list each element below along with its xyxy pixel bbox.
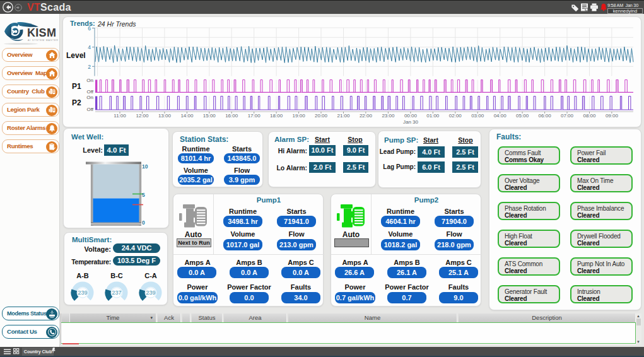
svg-text:01:00: 01:00	[426, 113, 440, 119]
svg-text:14:00: 14:00	[180, 113, 194, 119]
svg-text:07:00: 07:00	[561, 113, 574, 119]
svg-text:20:00: 20:00	[315, 113, 328, 119]
svg-text:239: 239	[146, 290, 155, 296]
svg-text:23:00: 23:00	[382, 113, 395, 119]
svg-text:4: 4	[88, 44, 91, 50]
svg-text:04:00: 04:00	[494, 113, 507, 119]
svg-text:2: 2	[88, 64, 91, 70]
svg-text:AI SYSTEM MASTER: AI SYSTEM MASTER	[28, 39, 59, 42]
svg-text:15:00: 15:00	[203, 113, 216, 119]
svg-text:16:00: 16:00	[225, 113, 238, 119]
svg-text:Off: Off	[86, 107, 93, 112]
svg-text:19:00: 19:00	[293, 113, 306, 119]
svg-text:08:00: 08:00	[583, 113, 596, 119]
svg-text:0: 0	[142, 219, 145, 226]
svg-text:09:00: 09:00	[606, 113, 619, 119]
svg-text:11:00: 11:00	[114, 113, 126, 119]
svg-text:18:00: 18:00	[270, 113, 283, 119]
svg-text:05:00: 05:00	[516, 113, 529, 119]
svg-text:237: 237	[112, 290, 121, 296]
svg-text:On: On	[86, 78, 93, 83]
svg-text:02:00: 02:00	[449, 113, 462, 119]
svg-text:Jan 30: Jan 30	[403, 119, 419, 125]
svg-text:03:00: 03:00	[471, 113, 484, 119]
svg-text:06:00: 06:00	[539, 113, 552, 119]
svg-text:17:00: 17:00	[248, 113, 261, 119]
svg-text:22:00: 22:00	[360, 113, 373, 119]
svg-text:10: 10	[142, 163, 148, 170]
svg-text:5: 5	[142, 192, 145, 198]
svg-text:KISM: KISM	[27, 26, 56, 39]
svg-text:Off: Off	[86, 89, 93, 95]
svg-text:On: On	[86, 95, 93, 100]
svg-text:13:00: 13:00	[158, 113, 172, 119]
svg-text:239: 239	[78, 290, 87, 296]
svg-text:6: 6	[88, 25, 91, 32]
svg-text:00:00: 00:00	[404, 113, 418, 119]
svg-text:12:00: 12:00	[136, 113, 149, 119]
svg-text:21:00: 21:00	[337, 113, 350, 119]
